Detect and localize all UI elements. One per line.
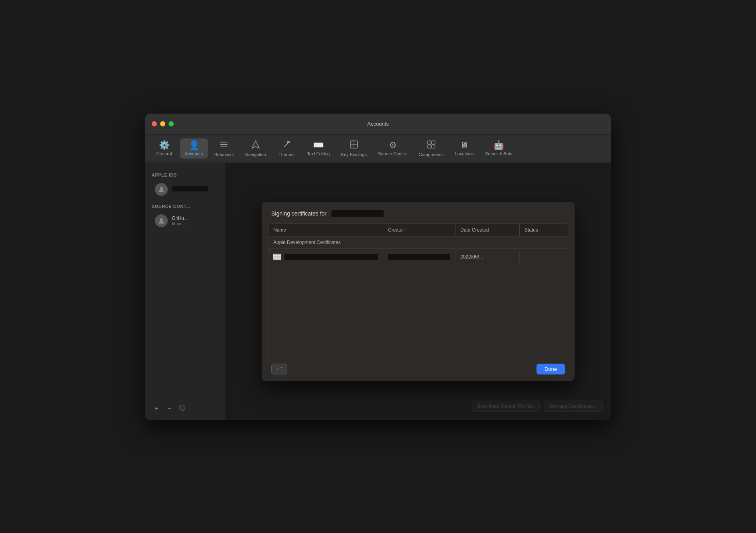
toolbar-label-source-control: Source Control <box>378 151 407 156</box>
svg-point-12 <box>160 187 163 190</box>
modal-title-text: Signing certificates for <box>271 210 327 217</box>
modal-title-account-redacted <box>331 210 384 217</box>
col-status: Status <box>520 224 568 236</box>
toolbar-item-source-control[interactable]: ⚙ Source Control <box>373 138 412 159</box>
titlebar: Accounts <box>145 114 611 134</box>
add-certificate-button[interactable]: + ˅ <box>271 364 287 374</box>
server-bots-icon: 🤖 <box>493 141 504 150</box>
toolbar-item-text-editing[interactable]: ⌨️ Text Editing <box>302 138 335 159</box>
svg-rect-2 <box>220 146 228 147</box>
source-control-title: Source Cont... <box>152 204 219 209</box>
remove-account-button[interactable]: − <box>165 404 174 413</box>
table-header: Name Creator Date Created Status <box>268 224 568 236</box>
done-button[interactable]: Done <box>537 364 565 374</box>
github-name: GitHu... <box>172 216 215 221</box>
key-bindings-icon <box>350 140 358 151</box>
signing-certificates-modal: Signing certificates for Name Creator Da… <box>262 202 575 381</box>
toolbar-label-text-editing: Text Editing <box>307 151 330 156</box>
keyboard-icon: ⌨️ <box>313 141 324 150</box>
table-row[interactable]: 2022/06/... <box>268 249 568 265</box>
sidebar: Apple IDs Source Cont... <box>145 163 226 420</box>
certificates-table: Name Creator Date Created Status Apple D… <box>268 224 568 357</box>
toolbar-item-accounts[interactable]: 👤 Accounts <box>180 138 208 159</box>
toolbar-item-navigation[interactable]: Navigation <box>240 138 271 159</box>
svg-point-13 <box>160 218 163 222</box>
svg-rect-10 <box>428 145 431 148</box>
cert-icon <box>273 254 281 260</box>
col-creator: Creator <box>383 224 455 236</box>
github-url: https:... <box>172 221 215 226</box>
apple-id-info <box>172 186 215 193</box>
svg-rect-9 <box>432 141 435 144</box>
toolbar-label-components: Components <box>419 152 443 157</box>
cert-date-cell: 2022/06/... <box>455 251 520 263</box>
close-button[interactable] <box>152 121 157 126</box>
apple-id-name-redacted <box>172 186 208 191</box>
content-area: Apple IDs Source Cont... <box>145 163 611 420</box>
toolbar-item-general[interactable]: ⚙️ General <box>150 138 178 159</box>
toolbar-label-accounts: Accounts <box>185 151 203 156</box>
toolbar-label-themes: Themes <box>278 152 295 157</box>
toolbar: ⚙️ General 👤 Accounts Behaviors Navigati… <box>145 134 611 163</box>
col-name: Name <box>268 224 383 236</box>
table-body: Apple Development Certificates 2022/06/.… <box>268 236 568 357</box>
apple-dev-certs-section: Apple Development Certificates <box>268 236 568 249</box>
person-icon: 👤 <box>189 141 199 150</box>
toolbar-label-server-bots: Server & Bots <box>485 151 512 156</box>
traffic-lights <box>152 121 174 126</box>
locations-icon: 🖥 <box>460 141 469 150</box>
behaviors-icon <box>219 140 228 151</box>
navigation-icon <box>251 140 260 151</box>
toolbar-label-general: General <box>156 151 172 156</box>
svg-rect-1 <box>220 144 228 145</box>
main-window: Accounts ⚙️ General 👤 Accounts Behaviors… <box>145 114 611 420</box>
col-date-created: Date Created <box>455 224 520 236</box>
main-area: Signing certificates for Name Creator Da… <box>226 163 611 420</box>
toolbar-label-navigation: Navigation <box>245 152 266 157</box>
cert-creator-cell <box>383 251 455 263</box>
toolbar-label-behaviors: Behaviors <box>214 152 234 157</box>
toolbar-item-themes[interactable]: Themes <box>272 138 301 159</box>
sidebar-actions: + − ⓘ <box>152 404 187 413</box>
apple-ids-title: Apple IDs <box>152 173 219 177</box>
svg-marker-3 <box>252 141 259 148</box>
source-control-icon: ⚙ <box>389 141 397 150</box>
toolbar-item-key-bindings[interactable]: Key Bindings <box>336 138 372 159</box>
svg-rect-0 <box>220 142 228 142</box>
cert-status-cell <box>520 254 568 260</box>
modal-header: Signing certificates for <box>262 202 575 224</box>
minimize-button[interactable] <box>160 121 165 126</box>
window-title: Accounts <box>367 121 388 127</box>
avatar-github <box>155 214 168 227</box>
avatar-apple-id <box>155 183 168 196</box>
components-icon <box>427 140 436 151</box>
toolbar-item-components[interactable]: Components <box>414 138 448 159</box>
sidebar-item-github[interactable]: GitHu... https:... <box>152 212 219 230</box>
toolbar-item-server-bots[interactable]: 🤖 Server & Bots <box>480 138 517 159</box>
maximize-button[interactable] <box>169 121 174 126</box>
toolbar-item-behaviors[interactable]: Behaviors <box>209 138 239 159</box>
sidebar-item-apple-id[interactable] <box>152 181 219 198</box>
source-control-section: Source Cont... GitHu... https:... <box>145 201 225 232</box>
svg-rect-11 <box>432 145 435 148</box>
gear-icon: ⚙️ <box>159 141 170 150</box>
cert-creator-redacted <box>388 254 450 260</box>
info-account-button[interactable]: ⓘ <box>177 404 187 413</box>
modal-footer: + ˅ Done <box>262 357 575 381</box>
toolbar-item-locations[interactable]: 🖥 Locations <box>450 138 479 159</box>
cert-name-redacted <box>285 254 378 260</box>
cert-name-cell <box>268 250 383 263</box>
toolbar-label-locations: Locations <box>455 151 474 156</box>
svg-rect-8 <box>428 141 431 144</box>
github-info: GitHu... https:... <box>172 216 215 226</box>
modal-overlay: Signing certificates for Name Creator Da… <box>226 163 611 420</box>
themes-icon <box>282 140 291 151</box>
add-account-button[interactable]: + <box>152 404 161 413</box>
apple-ids-section: Apple IDs <box>145 169 225 201</box>
toolbar-label-key-bindings: Key Bindings <box>341 152 367 157</box>
